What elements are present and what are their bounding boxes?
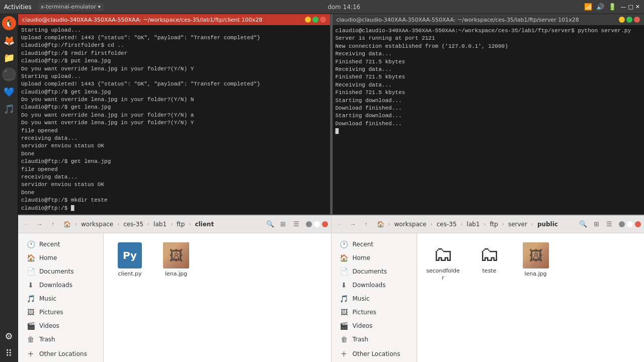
terminal-line: servidor enviou status OK: [21, 181, 327, 189]
terminal-line: Starting upload...: [21, 27, 327, 34]
left-bc-home[interactable]: 🏠: [60, 220, 74, 229]
right-sidebar-music[interactable]: 🎵 Music: [334, 292, 415, 305]
right-sidebar-recent[interactable]: 🕐 Recent: [334, 238, 415, 251]
right-fm-search[interactable]: 🔍: [578, 219, 589, 230]
left-fm-back[interactable]: ←: [21, 219, 32, 230]
left-file-lenajpg[interactable]: lena.jpg: [156, 239, 196, 281]
minimize-all[interactable]: —: [620, 4, 626, 10]
right-recent-icon: 🕐: [340, 240, 349, 248]
left-term-close[interactable]: [320, 17, 326, 23]
left-fm-menu[interactable]: ☰: [291, 219, 302, 230]
left-sidebar-other-label: Other Locations: [39, 350, 87, 357]
left-sidebar-home-label: Home: [39, 254, 57, 261]
right-fm-forward[interactable]: →: [348, 219, 359, 230]
right-bc-public[interactable]: public: [534, 220, 561, 229]
left-sidebar-documents[interactable]: 📄 Documents: [20, 265, 101, 278]
right-term-minimize[interactable]: [619, 17, 625, 23]
left-bc-ftp[interactable]: ftp: [174, 220, 188, 229]
right-fm-view-grid[interactable]: ⊞: [591, 219, 602, 230]
apps-icon[interactable]: ⠿: [2, 346, 16, 360]
left-sidebar-recent[interactable]: 🕐 Recent: [20, 238, 101, 251]
topbar-right: 📶 🔊 🔋 — □ ✕: [584, 3, 640, 11]
right-fm-content[interactable]: 🗂 secondfolder 🗂 teste lena.jpg: [417, 233, 645, 362]
left-terminal-body[interactable]: Starting upload...Upload completed! 1443…: [18, 25, 330, 214]
firefox-icon[interactable]: 🦊: [2, 33, 16, 47]
right-bc-ftp[interactable]: ftp: [487, 220, 501, 229]
left-term-maximize[interactable]: [312, 17, 318, 23]
left-bc-client[interactable]: client: [192, 220, 217, 229]
right-fm-up[interactable]: ↑: [361, 219, 372, 230]
close-all[interactable]: ✕: [635, 4, 640, 10]
spotify-icon[interactable]: 🎵: [2, 102, 16, 116]
left-sidebar-videos[interactable]: 🎬 Videos: [20, 319, 101, 332]
right-fm-back[interactable]: ←: [335, 219, 346, 230]
terminal-line: claudio@ftp:/$ █: [21, 205, 327, 212]
panes: claudio@claudio-340XAA-350XAA-550XAA: ~/…: [18, 14, 644, 362]
right-term-close[interactable]: [634, 17, 640, 23]
right-term-maximize[interactable]: [626, 17, 632, 23]
left-sidebar-home[interactable]: 🏠 Home: [20, 251, 101, 264]
right-sidebar-pictures[interactable]: 🖼 Pictures: [334, 306, 415, 319]
terminal-line: Starting download...: [336, 97, 641, 105]
terminal-line: Done: [21, 189, 327, 197]
left-bc-lab1[interactable]: lab1: [150, 220, 170, 229]
right-sidebar-downloads[interactable]: ⬇ Downloads: [334, 279, 415, 292]
downloads-icon: ⬇: [26, 281, 35, 289]
right-sidebar-other-locations[interactable]: + Other Locations: [334, 346, 415, 361]
terminal-line: Do you want override lena.jpg in your fo…: [21, 96, 327, 104]
teste-folder-icon: 🗂: [479, 242, 500, 265]
right-bc-lab1[interactable]: lab1: [464, 220, 483, 229]
left-sidebar-other-locations[interactable]: + Other Locations: [20, 346, 101, 361]
right-bc-workspace[interactable]: workspace: [391, 220, 430, 229]
terminal-line: Finished 721.5 kbytes: [336, 73, 641, 81]
right-file-lenajpg[interactable]: lena.jpg: [516, 239, 556, 285]
right-sidebar-videos[interactable]: 🎬 Videos: [334, 319, 415, 332]
left-bc-workspace[interactable]: workspace: [78, 220, 116, 229]
maximize-all[interactable]: □: [628, 4, 633, 10]
left-sidebar-trash[interactable]: 🗑 Trash: [20, 333, 101, 346]
terminal-line: Finished 721.5 kbytes: [336, 89, 641, 97]
right-fm-menu[interactable]: ☰: [604, 219, 615, 230]
settings-icon[interactable]: ⚙: [2, 329, 16, 343]
left-sidebar-music[interactable]: 🎵 Music: [20, 292, 101, 305]
right-file-secondfolder[interactable]: 🗂 secondfolder: [423, 239, 463, 285]
right-bc-ces35[interactable]: ces-35: [434, 220, 460, 229]
network-icon: 📶: [584, 3, 592, 11]
left-sidebar-trash-label: Trash: [39, 336, 55, 343]
left-bc-ces35[interactable]: ces-35: [120, 220, 146, 229]
activities-button[interactable]: Activities: [4, 4, 32, 11]
left-sidebar-downloads[interactable]: ⬇ Downloads: [20, 279, 101, 292]
right-terminal-body[interactable]: claudio@claudio-340XAA-350XAA-550XAA:~/w…: [333, 25, 645, 214]
terminal-line: file opened: [21, 166, 327, 173]
vscode-icon[interactable]: 💙: [2, 84, 16, 99]
left-fm-up[interactable]: ↑: [47, 219, 58, 230]
left-fm-content[interactable]: Py client.py lena.jpg: [104, 233, 331, 362]
left-fm-search[interactable]: 🔍: [265, 219, 276, 230]
left-fm-close[interactable]: [322, 221, 328, 227]
main-area: 🐧 🦊 📁 ⬛ 💙 🎵 ⚙ ⠿ claudio@claudio-340XAA-3…: [0, 14, 644, 362]
right-fm-wc1: [619, 221, 625, 227]
right-sidebar-documents[interactable]: 📄 Documents: [334, 265, 415, 278]
left-sidebar-downloads-label: Downloads: [39, 282, 72, 289]
right-sidebar-trash[interactable]: 🗑 Trash: [334, 333, 415, 346]
right-bc-home[interactable]: 🏠: [374, 220, 387, 229]
terminal-line: claudio@ftp:/$ mkdir teste: [21, 197, 327, 204]
left-fm-forward[interactable]: →: [34, 219, 45, 230]
ubuntu-icon[interactable]: 🐧: [2, 16, 16, 30]
right-file-teste[interactable]: 🗂 teste: [469, 239, 510, 285]
right-bc-server[interactable]: server: [505, 220, 530, 229]
terminal-line: claudio@ftp:/firstfolder$ cd ..: [21, 42, 327, 49]
terminal-menu[interactable]: x-terminal-emulator ▾: [38, 3, 104, 11]
left-file-clientpy[interactable]: Py client.py: [110, 239, 150, 281]
terminal-line: Upload completed! 1443 {"status": "OK", …: [21, 80, 327, 88]
left-sidebar-pictures[interactable]: 🖼 Pictures: [20, 306, 101, 319]
left-term-minimize[interactable]: [305, 17, 311, 23]
terminal-icon[interactable]: ⬛: [2, 67, 16, 81]
files-icon[interactable]: 📁: [2, 50, 16, 64]
right-sidebar-home[interactable]: 🏠 Home: [334, 251, 415, 264]
right-fm-close[interactable]: [635, 221, 641, 227]
recent-icon: 🕐: [26, 240, 35, 248]
right-documents-icon: 📄: [340, 267, 349, 276]
left-fm-view-grid[interactable]: ⊞: [278, 219, 289, 230]
python-file-icon: Py: [118, 242, 142, 268]
